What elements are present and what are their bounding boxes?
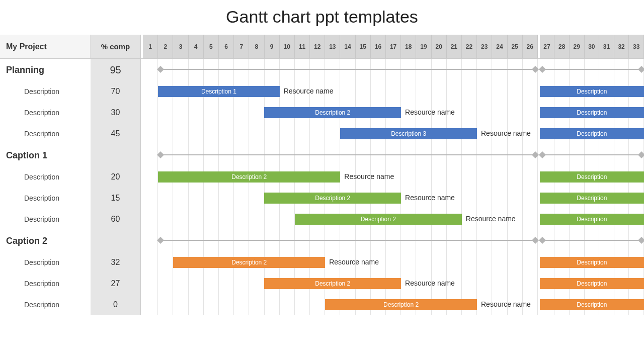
task-timeline: Description 1Resource nameDescription bbox=[143, 81, 644, 102]
timeline-tick: 23 bbox=[477, 35, 492, 58]
task-bar-side: Description bbox=[540, 257, 644, 268]
task-percent: 20 bbox=[91, 166, 141, 188]
timeline-tick: 13 bbox=[325, 35, 340, 58]
gantt-body: Planning95Description70Description 1Reso… bbox=[0, 59, 644, 315]
timeline-tick: 1 bbox=[143, 35, 158, 58]
timeline-tick: 25 bbox=[508, 35, 523, 58]
task-label: Description bbox=[0, 130, 91, 138]
timeline-tick: 22 bbox=[462, 35, 477, 58]
resource-label: Resource name bbox=[466, 215, 516, 223]
group-bracket-side bbox=[540, 238, 644, 243]
group-percent bbox=[91, 230, 141, 252]
task-bar: Description 2 bbox=[325, 299, 477, 310]
timeline-tick: 32 bbox=[614, 35, 629, 58]
task-percent: 30 bbox=[91, 102, 141, 123]
task-row: Description32Description 2Resource nameD… bbox=[0, 252, 644, 273]
page-title: Gantt chart ppt templates bbox=[0, 0, 644, 35]
timeline-tick: 33 bbox=[629, 35, 644, 58]
resource-label: Resource name bbox=[329, 258, 379, 266]
task-timeline: Description 2Resource nameDescription bbox=[143, 252, 644, 273]
task-label: Description bbox=[0, 280, 91, 288]
task-bar: Description 2 bbox=[264, 107, 401, 118]
timeline-tick: 27 bbox=[540, 35, 555, 58]
header-timeline: 1234567891011121314151617181920212223242… bbox=[143, 35, 644, 58]
task-label: Description bbox=[0, 215, 91, 223]
timeline-tick: 21 bbox=[447, 35, 462, 58]
task-bar-side: Description bbox=[540, 278, 644, 289]
gantt-header: My Project % comp 1234567891011121314151… bbox=[0, 35, 644, 59]
header-percent-complete: % comp bbox=[91, 35, 141, 58]
task-row: Description60Description 2Resource nameD… bbox=[0, 209, 644, 230]
timeline-tick: 11 bbox=[295, 35, 310, 58]
task-percent: 15 bbox=[91, 188, 141, 209]
timeline-tick: 5 bbox=[204, 35, 219, 58]
task-row: Description45Description 3Resource nameD… bbox=[0, 123, 644, 144]
group-bracket bbox=[158, 67, 538, 72]
header-project: My Project bbox=[0, 35, 91, 58]
task-bar: Description 2 bbox=[295, 214, 462, 225]
group-label: Planning bbox=[0, 65, 91, 75]
task-timeline: Description 2Resource nameDescription bbox=[143, 188, 644, 209]
task-percent: 32 bbox=[91, 252, 141, 273]
task-bar-side: Description bbox=[540, 128, 644, 139]
task-label: Description bbox=[0, 173, 91, 181]
group-bracket bbox=[158, 152, 538, 157]
task-percent: 45 bbox=[91, 123, 141, 144]
timeline-tick: 18 bbox=[401, 35, 416, 58]
task-bar: Description 2 bbox=[173, 257, 325, 268]
task-row: Description0Description 2Resource nameDe… bbox=[0, 294, 644, 315]
task-percent: 27 bbox=[91, 273, 141, 294]
task-bar: Description 2 bbox=[264, 193, 401, 204]
group-label: Caption 1 bbox=[0, 150, 91, 161]
task-label: Description bbox=[0, 301, 91, 309]
task-percent: 0 bbox=[91, 294, 141, 315]
task-row: Description27Description 2Resource nameD… bbox=[0, 273, 644, 294]
timeline-tick: 15 bbox=[356, 35, 371, 58]
task-percent: 70 bbox=[91, 81, 141, 102]
group-bracket-side bbox=[540, 152, 644, 157]
timeline-tick: 19 bbox=[416, 35, 431, 58]
resource-label: Resource name bbox=[405, 108, 455, 116]
resource-label: Resource name bbox=[405, 279, 455, 287]
gantt-chart: My Project % comp 1234567891011121314151… bbox=[0, 35, 644, 315]
task-row: Description70Description 1Resource nameD… bbox=[0, 81, 644, 102]
task-label: Description bbox=[0, 258, 91, 266]
timeline-tick: 7 bbox=[234, 35, 249, 58]
group-bracket-side bbox=[540, 67, 644, 72]
group-row: Caption 2 bbox=[0, 230, 644, 252]
task-label: Description bbox=[0, 194, 91, 202]
timeline-tick: 24 bbox=[492, 35, 507, 58]
task-timeline: Description 2Resource nameDescription bbox=[143, 294, 644, 315]
task-percent: 60 bbox=[91, 209, 141, 230]
resource-label: Resource name bbox=[481, 300, 531, 308]
task-row: Description30Description 2Resource nameD… bbox=[0, 102, 644, 123]
task-row: Description20Description 2Resource nameD… bbox=[0, 166, 644, 188]
task-timeline: Description 2Resource nameDescription bbox=[143, 209, 644, 230]
resource-label: Resource name bbox=[481, 129, 531, 137]
timeline-tick: 12 bbox=[310, 35, 325, 58]
task-bar: Description 2 bbox=[264, 278, 401, 289]
task-bar: Description 1 bbox=[158, 86, 279, 97]
task-bar-side: Description bbox=[540, 193, 644, 204]
timeline-tick: 17 bbox=[386, 35, 401, 58]
timeline-tick: 3 bbox=[173, 35, 188, 58]
group-percent: 95 bbox=[91, 59, 141, 81]
group-row: Caption 1 bbox=[0, 144, 644, 166]
timeline-tick: 10 bbox=[280, 35, 295, 58]
group-timeline bbox=[143, 144, 644, 166]
task-timeline: Description 2Resource nameDescription bbox=[143, 102, 644, 123]
task-bar-side: Description bbox=[540, 86, 644, 97]
timeline-tick: 9 bbox=[265, 35, 280, 58]
timeline-tick: 14 bbox=[340, 35, 355, 58]
task-timeline: Description 2Resource nameDescription bbox=[143, 273, 644, 294]
timeline-tick: 20 bbox=[432, 35, 447, 58]
timeline-tick: 2 bbox=[158, 35, 173, 58]
task-bar-side: Description bbox=[540, 107, 644, 118]
task-label: Description bbox=[0, 109, 91, 117]
timeline-tick: 28 bbox=[554, 35, 570, 58]
timeline-tick: 16 bbox=[371, 35, 386, 58]
task-bar-side: Description bbox=[540, 171, 644, 183]
task-row: Description15Description 2Resource nameD… bbox=[0, 188, 644, 209]
timeline-tick: 26 bbox=[523, 35, 538, 58]
group-row: Planning95 bbox=[0, 59, 644, 81]
